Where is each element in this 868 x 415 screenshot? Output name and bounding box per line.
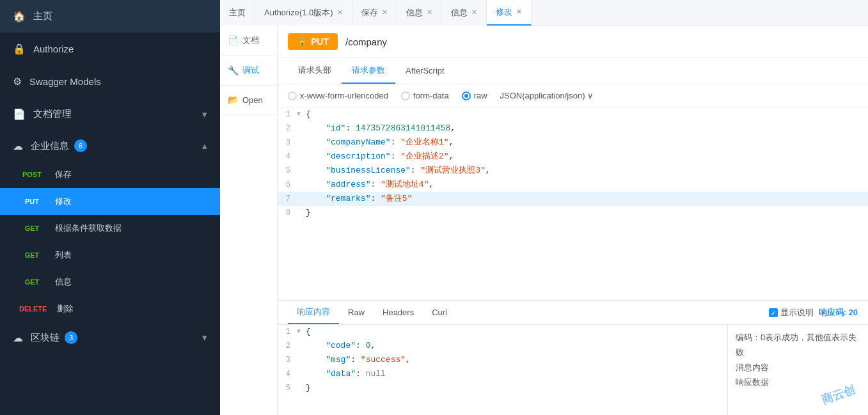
sidebar-item-swagger[interactable]: ⚙ Swagger Models [0,65,220,98]
authorize-icon: 🔒 [13,43,26,55]
api-label-save: 保存 [55,169,72,180]
code-line-5: 5 "businessLicense": "测试营业执照3", [278,164,868,178]
tab-home-label: 主页 [229,7,246,19]
json-format-select[interactable]: JSON(application/json) ∨ [500,91,594,100]
api-label-query: 根据条件获取数据 [55,223,122,234]
response-code-display: 响应码: 20 [819,307,858,318]
left-panel-open[interactable]: 📂 Open [220,86,277,114]
req-tab-afterscript[interactable]: AfterScript [395,59,455,83]
json-format-label: JSON(application/json) [500,91,585,100]
resp-tab-curl-label: Curl [432,308,447,317]
resp-line-1: 1 ▼ { [278,325,727,339]
code-line-3: 3 "companyName": "企业名称1", [278,136,868,150]
put-bar: 🔒 PUT /company [278,26,868,58]
resp-tab-raw[interactable]: Raw [339,302,374,324]
left-panel-debug-label: 调试 [242,65,259,76]
left-panel: 📄 文档 🔧 调试 📂 Open [220,26,278,415]
tab-info1-label: 信息 [406,7,423,19]
lock-icon: 🔒 [297,36,308,47]
content-wrapper: 📄 文档 🔧 调试 📂 Open 🔒 PUT /company [220,26,868,415]
api-item-get-query[interactable]: GET 根据条件获取数据 [0,215,220,242]
tab-authorize[interactable]: Authorize(1.0版本) ✕ [255,0,352,26]
debug-icon: 🔧 [228,65,239,75]
bottom-panel: 响应内容 Raw Headers Curl 显示说明 [278,300,868,415]
resp-desc-line-2: 消息内容 [736,360,860,375]
sidebar: 🏠 主页 🔒 Authorize ⚙ Swagger Models 📄 文档管理… [0,0,220,415]
tab-info2-label: 信息 [451,7,468,19]
open-icon: 📂 [228,95,239,105]
radio-raw-circle [462,91,471,100]
sidebar-section-blockchain[interactable]: ☁ 区块链 3 ▾ [0,322,220,353]
tab-home[interactable]: 主页 [220,0,255,26]
api-item-delete[interactable]: DELETE 删除 [0,295,220,322]
method-badge-get-query: GET [15,223,49,233]
blockchain-icon: ☁ [13,332,23,344]
tab-authorize-close[interactable]: ✕ [337,8,343,17]
response-content-wrapper: 1 ▼ { 2 "code": 0, 3 "msg" [278,325,868,415]
main-content: 主页 Authorize(1.0版本) ✕ 保存 ✕ 信息 ✕ 信息 ✕ 修改 … [220,0,868,415]
sidebar-item-authorize[interactable]: 🔒 Authorize [0,33,220,65]
sidebar-section-enterprise[interactable]: ☁ 企业信息 6 ▴ [0,130,220,161]
req-tab-params-label: 请求参数 [352,65,385,75]
method-badge-put: PUT [15,196,49,207]
tab-info1-close[interactable]: ✕ [427,8,432,17]
code-line-6: 6 "address": "测试地址4", [278,178,868,192]
radio-formdata[interactable]: form-data [401,91,449,100]
api-item-post-save[interactable]: POST 保存 [0,161,220,188]
resp-line-4: 4 "data": null [278,367,727,381]
show-desc-checkbox[interactable]: 显示说明 [769,307,814,318]
radio-group: x-www-form-urlencoded form-data raw JSON… [278,84,868,107]
code-line-1: 1 ▼ { [278,107,868,121]
api-item-put-modify[interactable]: PUT 修改 [0,188,220,215]
enterprise-icon: ☁ [13,140,23,152]
api-label-list: 列表 [55,249,72,261]
left-panel-doc[interactable]: 📄 文档 [220,26,277,56]
req-tab-params[interactable]: 请求参数 [342,58,395,84]
response-description-area: 编码：0表示成功，其他值表示失败 消息内容 响应数据 [727,325,868,415]
put-method-label: PUT [311,36,329,47]
sidebar-item-home[interactable]: 🏠 主页 [0,0,220,33]
tab-save-close[interactable]: ✕ [382,8,388,17]
sidebar-authorize-label: Authorize [33,43,74,54]
put-path: /company [345,36,387,47]
tab-info1[interactable]: 信息 ✕ [397,0,442,26]
req-tab-headers[interactable]: 请求头部 [288,58,342,84]
docmgmt-icon: 📄 [13,108,26,120]
api-label-info: 信息 [55,276,72,288]
method-badge-get-info: GET [15,277,49,287]
right-panel: 🔒 PUT /company 请求头部 请求参数 AfterScript [278,26,868,415]
tab-modify[interactable]: 修改 ✕ [487,0,532,26]
sidebar-blockchain-label: 区块链 [31,332,59,344]
request-tabs: 请求头部 请求参数 AfterScript [278,58,868,84]
swagger-icon: ⚙ [13,75,22,88]
method-badge-delete: DELETE [15,304,51,314]
docmgmt-left: 📄 文档管理 [13,108,72,120]
chevron-up-icon: ▴ [202,140,207,152]
resp-tab-headers-label: Headers [383,308,414,317]
resp-tab-content[interactable]: 响应内容 [288,301,339,324]
tab-modify-close[interactable]: ✕ [516,8,522,16]
code-line-2: 2 "id": 1473572863141011458, [278,121,868,136]
api-item-get-list[interactable]: GET 列表 [0,242,220,269]
checkbox-box [769,308,778,317]
radio-urlencoded-label: x-www-form-urlencoded [300,91,388,100]
req-tab-afterscript-label: AfterScript [406,66,445,75]
tab-save[interactable]: 保存 ✕ [352,0,397,26]
sidebar-swagger-label: Swagger Models [29,76,101,87]
home-icon: 🏠 [13,10,26,22]
radio-urlencoded[interactable]: x-www-form-urlencoded [288,91,388,100]
left-panel-debug[interactable]: 🔧 调试 [220,56,277,86]
code-editor[interactable]: 1 ▼ { 2 "id": 1473572863141011458, 3 "co… [278,107,868,300]
blockchain-left: ☁ 区块链 3 [13,331,77,344]
radio-formdata-circle [401,91,410,100]
code-line-7: 7 "remarks": "备注5" [278,192,868,206]
enterprise-left: ☁ 企业信息 6 [13,139,87,152]
sidebar-item-docmgmt[interactable]: 📄 文档管理 ▾ [0,98,220,130]
api-item-get-info[interactable]: GET 信息 [0,269,220,295]
radio-raw[interactable]: raw [462,91,487,100]
tab-info2-close[interactable]: ✕ [471,8,477,17]
resp-tab-curl[interactable]: Curl [423,302,456,324]
resp-desc-line-1: 编码：0表示成功，其他值表示失败 [736,330,860,360]
tab-info2[interactable]: 信息 ✕ [442,0,487,26]
resp-tab-headers[interactable]: Headers [374,302,423,324]
